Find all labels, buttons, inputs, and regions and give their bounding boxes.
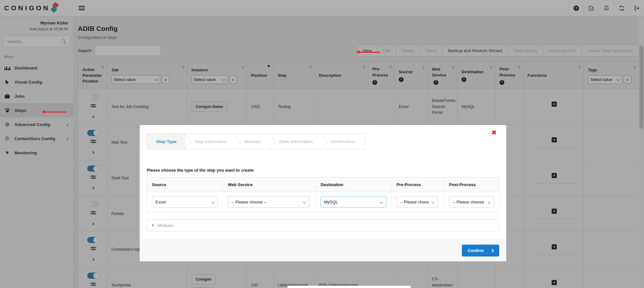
modules-accordion-label: Modules xyxy=(158,223,173,228)
step-type-prompt: Please choose the type of the step you w… xyxy=(147,168,499,173)
triangle-right-icon xyxy=(152,224,154,227)
type-col-destination: Destination xyxy=(316,177,392,192)
annotation-arrow-edit xyxy=(359,52,380,53)
tab-modules[interactable]: Modules xyxy=(236,134,270,149)
wizard-tabs: Step Type Step Information Modules Other… xyxy=(147,133,365,149)
tab-confirmation[interactable]: Confirmation xyxy=(322,134,365,149)
annotation-arrow-steps xyxy=(45,112,66,113)
type-col-web-service: Web Service xyxy=(223,177,316,192)
post-process-select[interactable]: -- Please choose -- xyxy=(449,196,494,208)
type-col-source: Source xyxy=(147,177,223,192)
web-service-select[interactable]: -- Please choose -- xyxy=(228,196,309,208)
destination-select[interactable]: MySQL xyxy=(321,196,386,208)
app-screen: CONIGON ? Myriam Kühn Auto logou xyxy=(0,0,644,288)
confirm-button-label: Confirm xyxy=(468,248,484,253)
tab-step-information[interactable]: Step Information xyxy=(186,134,236,149)
modal-footer: Confirm xyxy=(140,239,506,261)
type-col-post-process: Post-Process xyxy=(444,177,499,192)
pre-process-select[interactable]: -- Please choose -- xyxy=(397,196,438,208)
horizontal-scrollbar-thumb[interactable] xyxy=(287,286,411,288)
tab-other-information[interactable]: Other Information xyxy=(270,134,322,149)
tab-step-type[interactable]: Step Type xyxy=(147,134,186,149)
create-step-modal: ✖ Step Type Step Information Modules Oth… xyxy=(140,125,506,261)
type-col-pre-process: Pre-Process xyxy=(392,177,444,192)
chevron-right-icon xyxy=(490,249,494,252)
close-icon[interactable]: ✖ xyxy=(491,130,497,136)
source-select[interactable]: Excel xyxy=(152,196,218,208)
modules-accordion[interactable]: Modules xyxy=(147,219,499,231)
confirm-button[interactable]: Confirm xyxy=(462,245,499,256)
step-type-table: Source Web Service Destination Pre-Proce… xyxy=(147,177,499,212)
